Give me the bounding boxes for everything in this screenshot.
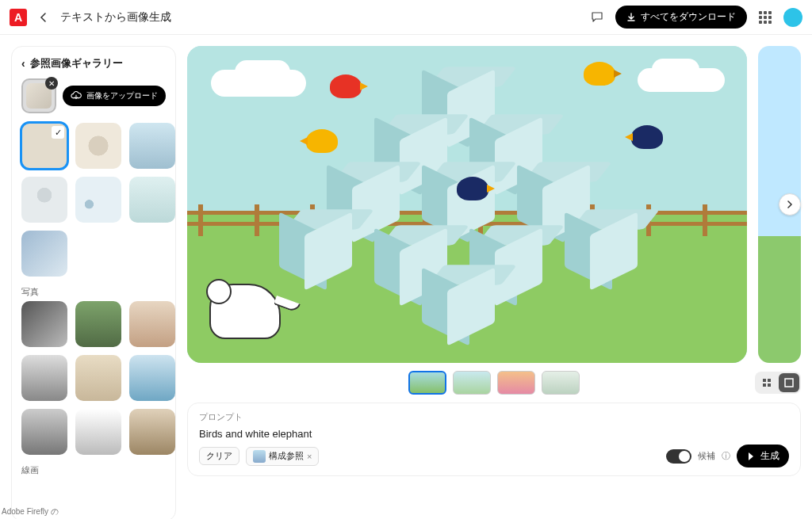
remove-reference-icon[interactable]: ✕: [45, 77, 58, 90]
abstract-grid: ✓: [21, 123, 166, 277]
photo-grid: [21, 301, 166, 455]
upload-image-button[interactable]: 画像をアップロード: [63, 86, 166, 106]
upload-image-label: 画像をアップロード: [86, 90, 158, 101]
svg-rect-1: [768, 379, 771, 382]
top-bar: A テキストから画像生成 すべてをダウンロード: [0, 0, 812, 35]
gallery-thumb[interactable]: [75, 301, 121, 347]
next-image-button[interactable]: [779, 193, 801, 216]
gallery-thumb[interactable]: [129, 177, 175, 223]
svg-rect-4: [785, 379, 793, 387]
sidebar: ‹ 参照画像ギャラリー ✕ 画像をアップロード ✓: [0, 35, 187, 519]
variation-thumbnails: [187, 371, 801, 395]
bird-icon: [330, 74, 362, 98]
gallery-thumb[interactable]: [21, 409, 67, 455]
panel-title: 参照画像ギャラリー: [30, 56, 123, 71]
variation-thumb[interactable]: [408, 371, 446, 395]
gallery-thumb[interactable]: [21, 177, 67, 223]
reference-chip[interactable]: 構成参照 ×: [246, 447, 319, 466]
single-view-button[interactable]: [779, 373, 799, 392]
back-button[interactable]: [35, 9, 52, 26]
grid-view-button[interactable]: [756, 373, 777, 392]
main-area: プロンプト Birds and white elephant クリア 構成参照 …: [187, 35, 812, 519]
adobe-logo-icon[interactable]: A: [10, 9, 27, 26]
avatar[interactable]: [783, 8, 802, 27]
gallery-thumb[interactable]: [75, 123, 121, 169]
bird-icon: [306, 129, 338, 153]
variation-thumb[interactable]: [453, 371, 491, 395]
gallery-thumb[interactable]: [75, 355, 121, 401]
svg-rect-3: [768, 384, 771, 387]
gallery-thumb[interactable]: [129, 123, 175, 169]
page-title: テキストから画像生成: [60, 10, 171, 25]
gallery-thumb[interactable]: [21, 355, 67, 401]
apps-icon[interactable]: [756, 9, 774, 26]
view-toggle: [755, 372, 801, 394]
bird-icon: [631, 125, 663, 149]
gallery-thumb[interactable]: [129, 301, 175, 347]
gallery-thumb[interactable]: [129, 355, 175, 401]
prompt-input[interactable]: Birds and white elephant: [199, 428, 789, 440]
gallery-thumb[interactable]: [129, 409, 175, 455]
elephant-icon: [209, 284, 281, 339]
gallery-thumb[interactable]: [75, 177, 121, 223]
clear-button[interactable]: クリア: [199, 447, 239, 465]
download-all-label: すべてをダウンロード: [641, 10, 736, 24]
feedback-icon[interactable]: [588, 9, 606, 26]
section-label-lineart: 線画: [21, 464, 166, 476]
current-reference-thumb[interactable]: ✕: [21, 78, 56, 113]
generated-image[interactable]: [187, 46, 747, 363]
gallery-thumb[interactable]: ✓: [21, 123, 67, 169]
remove-chip-icon[interactable]: ×: [307, 452, 312, 461]
svg-rect-2: [763, 384, 766, 387]
gallery-thumb[interactable]: [75, 409, 121, 455]
candidate-toggle[interactable]: [666, 449, 691, 464]
reference-gallery-panel: ‹ 参照画像ギャラリー ✕ 画像をアップロード ✓: [11, 46, 176, 519]
footer-note: Adobe Firefly の: [0, 505, 60, 519]
selected-check-icon: ✓: [52, 126, 64, 139]
section-label-photo: 写真: [21, 286, 166, 298]
gallery-thumb[interactable]: [21, 231, 67, 277]
prompt-bar: プロンプト Birds and white elephant クリア 構成参照 …: [187, 403, 801, 476]
download-all-button[interactable]: すべてをダウンロード: [615, 6, 747, 29]
bird-icon: [584, 62, 615, 86]
gallery-thumb[interactable]: [21, 301, 67, 347]
svg-rect-0: [763, 379, 766, 382]
reference-chip-thumb-icon: [253, 450, 266, 463]
prompt-label: プロンプト: [199, 411, 789, 423]
bird-icon: [457, 177, 488, 200]
info-icon[interactable]: ⓘ: [722, 450, 730, 462]
variation-thumb[interactable]: [542, 371, 580, 395]
candidate-label: 候補: [698, 450, 715, 462]
panel-back-icon[interactable]: ‹: [21, 57, 25, 70]
variation-thumb[interactable]: [497, 371, 535, 395]
generate-button[interactable]: 生成: [737, 445, 789, 467]
